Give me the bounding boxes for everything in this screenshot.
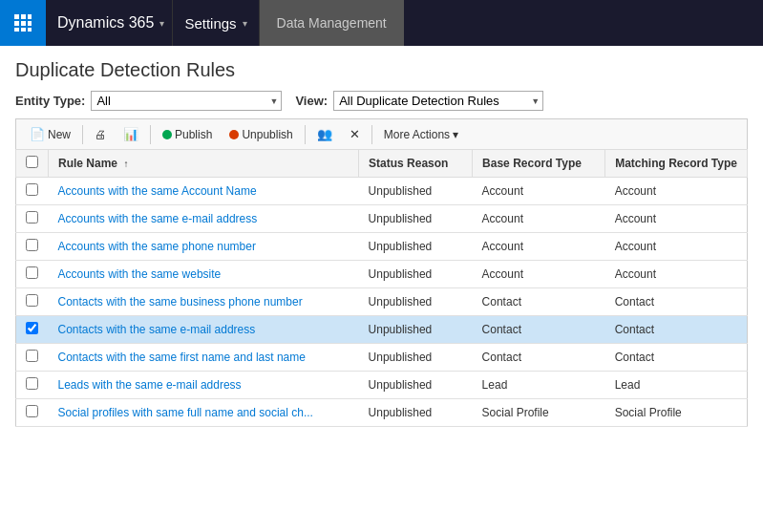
svg-rect-2 bbox=[28, 14, 32, 19]
settings-nav[interactable]: Settings ▾ bbox=[173, 0, 259, 46]
row-checkbox[interactable] bbox=[26, 239, 38, 251]
row-checkbox[interactable] bbox=[26, 405, 38, 417]
base-record-cell: Contact bbox=[473, 344, 605, 372]
column-header-base-record[interactable]: Base Record Type bbox=[473, 150, 605, 178]
row-checkbox-cell[interactable] bbox=[16, 316, 49, 344]
row-checkbox[interactable] bbox=[26, 211, 38, 223]
status-cell: Unpublished bbox=[359, 399, 473, 427]
svg-rect-0 bbox=[14, 14, 19, 19]
base-record-cell: Lead bbox=[473, 372, 605, 399]
view-label: View: bbox=[295, 94, 328, 108]
status-cell: Unpublished bbox=[359, 344, 473, 372]
app-launcher-button[interactable] bbox=[0, 0, 46, 46]
select-all-header[interactable] bbox=[16, 150, 49, 178]
rule-name-link[interactable]: Contacts with the same business phone nu… bbox=[58, 295, 303, 309]
rule-name-link[interactable]: Leads with the same e-mail address bbox=[58, 378, 242, 392]
rule-name-link[interactable]: Social profiles with same full name and … bbox=[58, 406, 313, 419]
base-record-cell: Account bbox=[473, 261, 605, 288]
entity-type-wrapper[interactable]: All bbox=[91, 91, 282, 111]
matching-record-cell: Lead bbox=[605, 372, 748, 399]
rule-name-cell: Accounts with the same phone number bbox=[49, 233, 359, 261]
sort-arrow-icon: ↑ bbox=[123, 159, 128, 169]
new-button[interactable]: 📄 New bbox=[22, 123, 78, 145]
matching-record-cell: Contact bbox=[605, 344, 748, 372]
row-checkbox[interactable] bbox=[26, 350, 38, 362]
rule-name-link[interactable]: Accounts with the same website bbox=[58, 267, 222, 281]
data-management-nav[interactable]: Data Management bbox=[260, 0, 404, 46]
rule-name-link[interactable]: Accounts with the same Account Name bbox=[58, 184, 257, 198]
top-nav: Dynamics 365 ▾ Settings ▾ Data Managemen… bbox=[0, 0, 763, 46]
svg-rect-5 bbox=[28, 21, 32, 26]
svg-rect-6 bbox=[14, 28, 19, 32]
table-row: Accounts with the same Account Name Unpu… bbox=[16, 178, 748, 205]
rule-name-cell: Accounts with the same e-mail address bbox=[49, 205, 359, 233]
row-checkbox-cell[interactable] bbox=[16, 178, 49, 205]
table-row: Leads with the same e-mail address Unpub… bbox=[16, 372, 748, 399]
delete-button[interactable]: ✕ bbox=[342, 123, 368, 145]
assign-button[interactable]: 👥 bbox=[309, 123, 340, 145]
row-checkbox[interactable] bbox=[26, 266, 38, 279]
view-select[interactable]: All Duplicate Detection Rules bbox=[333, 91, 543, 111]
unpublish-icon bbox=[229, 130, 239, 139]
publish-icon bbox=[162, 130, 172, 139]
row-checkbox-cell[interactable] bbox=[16, 372, 49, 399]
rule-name-cell: Accounts with the same Account Name bbox=[49, 178, 359, 205]
view-wrapper[interactable]: All Duplicate Detection Rules bbox=[333, 91, 543, 111]
more-actions-button[interactable]: More Actions ▾ bbox=[376, 124, 466, 145]
more-actions-chevron-icon: ▾ bbox=[453, 128, 458, 141]
rule-name-link[interactable]: Contacts with the same e-mail address bbox=[58, 323, 256, 336]
row-checkbox[interactable] bbox=[26, 377, 38, 390]
status-cell: Unpublished bbox=[359, 288, 473, 316]
row-checkbox-cell[interactable] bbox=[16, 288, 49, 316]
column-header-rule-name[interactable]: Rule Name ↑ bbox=[49, 150, 359, 178]
toolbar-separator-2 bbox=[150, 125, 151, 144]
row-checkbox-cell[interactable] bbox=[16, 344, 49, 372]
export-icon: 📊 bbox=[123, 127, 138, 141]
matching-record-cell: Contact bbox=[605, 288, 748, 316]
table-row: Accounts with the same website Unpublish… bbox=[16, 261, 748, 288]
svg-rect-1 bbox=[21, 14, 26, 19]
matching-record-cell: Account bbox=[605, 205, 748, 233]
base-record-cell: Account bbox=[473, 233, 605, 261]
toolbar: 📄 New 🖨 📊 Publish Unpublish 👥 ✕ bbox=[15, 118, 748, 149]
column-header-matching-record[interactable]: Matching Record Type bbox=[605, 150, 748, 178]
entity-type-select[interactable]: All bbox=[91, 91, 282, 111]
row-checkbox-cell[interactable] bbox=[16, 261, 49, 288]
table-row: Accounts with the same phone number Unpu… bbox=[16, 233, 748, 261]
matching-record-cell: Account bbox=[605, 178, 748, 205]
rule-name-cell: Contacts with the same business phone nu… bbox=[49, 288, 359, 316]
unpublish-button[interactable]: Unpublish bbox=[222, 124, 300, 145]
matching-record-cell: Contact bbox=[605, 316, 748, 344]
entity-type-label: Entity Type: bbox=[15, 94, 85, 108]
select-all-checkbox[interactable] bbox=[26, 156, 38, 168]
status-cell: Unpublished bbox=[359, 316, 473, 344]
rules-table: Rule Name ↑ Status Reason Base Record Ty… bbox=[15, 149, 748, 427]
row-checkbox-cell[interactable] bbox=[16, 233, 49, 261]
row-checkbox[interactable] bbox=[26, 183, 38, 196]
rule-name-cell: Social profiles with same full name and … bbox=[49, 399, 359, 427]
print-button[interactable]: 🖨 bbox=[87, 124, 114, 145]
row-checkbox-cell[interactable] bbox=[16, 399, 49, 427]
base-record-cell: Contact bbox=[473, 316, 605, 344]
matching-record-cell: Account bbox=[605, 261, 748, 288]
new-icon: 📄 bbox=[30, 127, 45, 141]
publish-button[interactable]: Publish bbox=[155, 124, 220, 145]
rule-name-cell: Leads with the same e-mail address bbox=[49, 372, 359, 399]
row-checkbox[interactable] bbox=[26, 294, 38, 307]
print-icon: 🖨 bbox=[95, 128, 106, 141]
status-cell: Unpublished bbox=[359, 178, 473, 205]
status-cell: Unpublished bbox=[359, 205, 473, 233]
matching-record-cell: Account bbox=[605, 233, 748, 261]
rule-name-link[interactable]: Accounts with the same phone number bbox=[58, 240, 256, 253]
brand-label[interactable]: Dynamics 365 ▾ bbox=[46, 0, 173, 46]
row-checkbox-cell[interactable] bbox=[16, 205, 49, 233]
svg-rect-3 bbox=[14, 21, 19, 26]
toolbar-separator-3 bbox=[305, 125, 306, 144]
export-button[interactable]: 📊 bbox=[116, 123, 146, 145]
rule-name-link[interactable]: Contacts with the same first name and la… bbox=[58, 351, 306, 364]
delete-icon: ✕ bbox=[350, 127, 360, 141]
column-header-status[interactable]: Status Reason bbox=[359, 150, 473, 178]
svg-rect-8 bbox=[28, 28, 32, 32]
row-checkbox[interactable] bbox=[26, 322, 38, 334]
rule-name-link[interactable]: Accounts with the same e-mail address bbox=[58, 212, 258, 225]
